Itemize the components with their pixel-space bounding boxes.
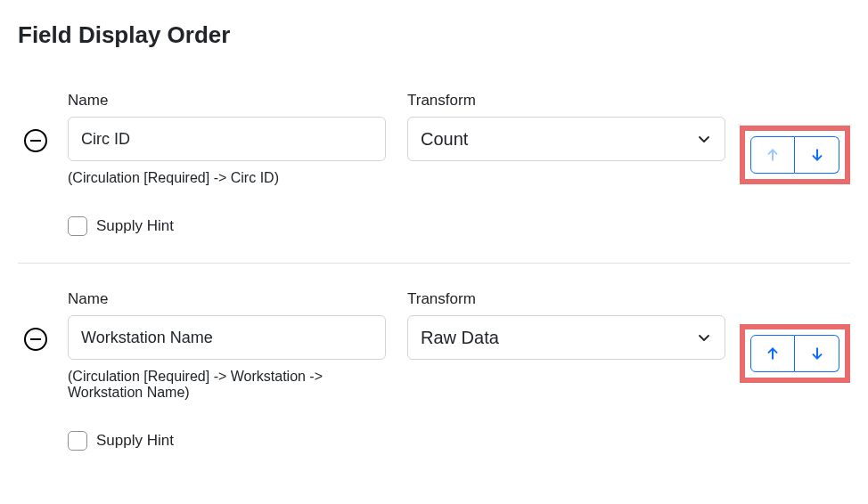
field-path: (Circulation [Required] -> Workstation -… xyxy=(68,369,386,401)
transform-select[interactable]: Raw Data xyxy=(407,315,725,360)
supply-hint-checkbox[interactable] xyxy=(68,216,87,236)
name-label: Name xyxy=(68,92,386,110)
arrow-up-icon xyxy=(765,147,781,163)
arrow-up-icon xyxy=(765,345,781,362)
name-label: Name xyxy=(68,290,386,308)
move-up-button[interactable] xyxy=(750,335,795,372)
supply-hint-checkbox[interactable] xyxy=(68,431,87,451)
transform-label: Transform xyxy=(407,290,725,308)
reorder-highlight xyxy=(740,324,850,383)
arrow-down-icon xyxy=(809,345,825,362)
transform-value: Raw Data xyxy=(421,328,499,348)
name-input[interactable] xyxy=(68,117,386,161)
move-down-button[interactable] xyxy=(795,136,839,174)
field-row: Name (Circulation [Required] -> Workstat… xyxy=(18,263,850,477)
move-down-button[interactable] xyxy=(795,335,839,372)
remove-field-button[interactable] xyxy=(24,129,47,152)
supply-hint-label: Supply Hint xyxy=(96,217,174,235)
supply-hint-label: Supply Hint xyxy=(96,432,174,450)
page-title: Field Display Order xyxy=(18,21,850,49)
field-path: (Circulation [Required] -> Circ ID) xyxy=(68,170,386,186)
remove-field-button[interactable] xyxy=(24,328,47,351)
arrow-down-icon xyxy=(809,147,825,163)
transform-label: Transform xyxy=(407,92,725,110)
reorder-highlight xyxy=(740,126,850,184)
transform-value: Count xyxy=(421,129,468,150)
move-up-button[interactable] xyxy=(750,136,795,174)
transform-select[interactable]: Count xyxy=(407,117,725,161)
field-row: Name (Circulation [Required] -> Circ ID)… xyxy=(18,92,850,263)
name-input[interactable] xyxy=(68,315,386,360)
